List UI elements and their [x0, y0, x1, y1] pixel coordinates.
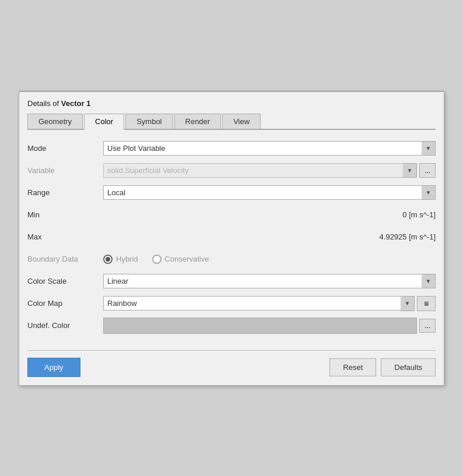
- title-bold: Vector 1: [61, 99, 91, 108]
- reset-button[interactable]: Reset: [329, 358, 376, 376]
- color-scale-row: Color Scale Linear Logarithmic ▼: [27, 273, 436, 290]
- tab-view[interactable]: View: [222, 114, 261, 129]
- undef-color-ellipsis-button[interactable]: ...: [419, 319, 436, 333]
- color-scale-select[interactable]: Linear Logarithmic: [103, 274, 436, 288]
- dialog-title: Details of Vector 1: [27, 99, 436, 108]
- boundary-label: Boundary Data: [27, 255, 103, 263]
- boundary-conservative-label: Conservative: [165, 255, 209, 263]
- boundary-row: Boundary Data Hybrid Conservative: [27, 251, 436, 267]
- mode-control: Use Plot Variable Constant Color ▼: [103, 141, 436, 156]
- max-control: 4.92925 [m s^-1]: [103, 232, 436, 241]
- variable-ellipsis-button[interactable]: ...: [419, 163, 436, 178]
- divider: [27, 350, 436, 351]
- mode-select[interactable]: Use Plot Variable Constant Color: [103, 141, 436, 156]
- undef-color-swatch[interactable]: [103, 318, 417, 334]
- max-value: 4.92925 [m s^-1]: [103, 232, 436, 241]
- title-prefix: Details of: [27, 99, 61, 108]
- defaults-button[interactable]: Defaults: [381, 358, 436, 376]
- boundary-hybrid-radio[interactable]: [103, 255, 113, 264]
- variable-label: Variable: [27, 166, 103, 175]
- color-map-label: Color Map: [27, 299, 103, 308]
- tab-render[interactable]: Render: [174, 114, 222, 129]
- min-label: Min: [27, 210, 103, 219]
- range-select-wrapper: Local Global Custom ▼: [103, 185, 436, 200]
- variable-control: solid.Superficial Velocity ▼ ...: [103, 163, 436, 178]
- mode-select-wrapper: Use Plot Variable Constant Color ▼: [103, 141, 436, 156]
- color-map-row: Color Map Rainbow Grayscale Hot Cool ▼ ≡: [27, 295, 436, 312]
- color-map-edit-button[interactable]: ≡: [417, 296, 436, 311]
- min-row: Min 0 [m s^-1]: [27, 207, 436, 223]
- undef-color-label: Undef. Color: [27, 321, 103, 330]
- max-row: Max 4.92925 [m s^-1]: [27, 229, 436, 245]
- undef-color-control: ...: [103, 318, 436, 334]
- boundary-conservative-option[interactable]: Conservative: [152, 255, 209, 264]
- apply-button[interactable]: Apply: [27, 358, 80, 377]
- undef-color-row: Undef. Color ...: [27, 318, 436, 334]
- range-control: Local Global Custom ▼: [103, 185, 436, 200]
- range-row: Range Local Global Custom ▼: [27, 185, 436, 201]
- tab-geometry[interactable]: Geometry: [27, 114, 83, 129]
- tab-symbol[interactable]: Symbol: [125, 114, 173, 129]
- color-map-select[interactable]: Rainbow Grayscale Hot Cool: [103, 296, 415, 311]
- mode-label: Mode: [27, 144, 103, 153]
- max-label: Max: [27, 232, 103, 241]
- tab-color[interactable]: Color: [84, 114, 124, 130]
- dialog-panel: Details of Vector 1 Geometry Color Symbo…: [19, 91, 444, 386]
- color-scale-control: Linear Logarithmic ▼: [103, 274, 436, 288]
- color-map-select-wrapper: Rainbow Grayscale Hot Cool ▼: [103, 296, 415, 311]
- color-scale-label: Color Scale: [27, 277, 103, 285]
- variable-select-wrapper: solid.Superficial Velocity ▼: [103, 163, 417, 178]
- mode-row: Mode Use Plot Variable Constant Color ▼: [27, 140, 436, 157]
- color-map-control: Rainbow Grayscale Hot Cool ▼ ≡: [103, 296, 436, 311]
- boundary-control: Hybrid Conservative: [103, 255, 436, 264]
- boundary-radio-group: Hybrid Conservative: [103, 255, 436, 264]
- boundary-hybrid-label: Hybrid: [116, 255, 138, 263]
- min-value: 0 [m s^-1]: [103, 210, 436, 219]
- tab-bar: Geometry Color Symbol Render View: [27, 114, 436, 130]
- variable-row: Variable solid.Superficial Velocity ▼ ..…: [27, 163, 436, 179]
- color-scale-select-wrapper: Linear Logarithmic ▼: [103, 274, 436, 288]
- button-row: Apply Reset Defaults: [27, 358, 436, 377]
- min-control: 0 [m s^-1]: [103, 210, 436, 219]
- variable-select[interactable]: solid.Superficial Velocity: [103, 163, 417, 178]
- boundary-hybrid-option[interactable]: Hybrid: [103, 255, 138, 264]
- form-body: Mode Use Plot Variable Constant Color ▼ …: [27, 138, 436, 342]
- range-select[interactable]: Local Global Custom: [103, 185, 436, 200]
- boundary-conservative-radio[interactable]: [152, 255, 162, 264]
- range-label: Range: [27, 188, 103, 197]
